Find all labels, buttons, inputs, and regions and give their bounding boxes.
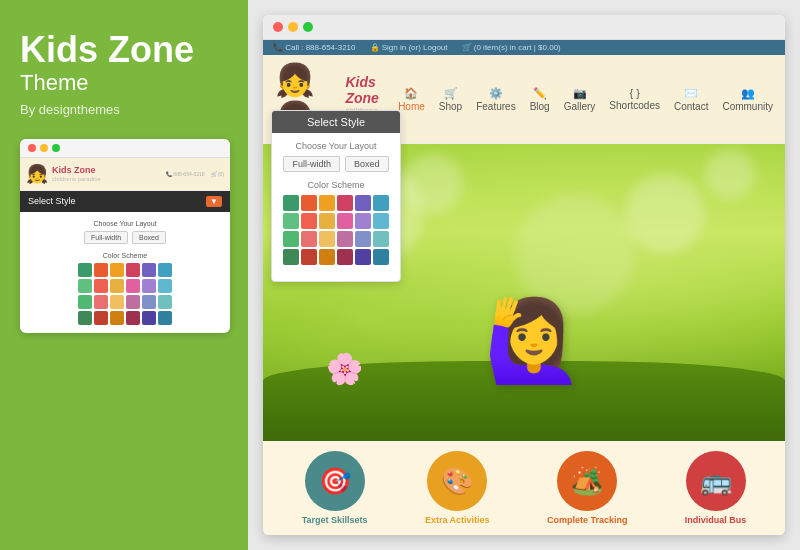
color-swatch[interactable] xyxy=(283,213,299,229)
top-bar-cart: 🛒 (0 item(s) in cart | $0.00) xyxy=(462,43,561,52)
hero-flower: 🌸 xyxy=(326,351,363,386)
site-logo-name: Kids Zone xyxy=(345,74,398,106)
mini-color-swatch[interactable] xyxy=(158,279,172,293)
mini-color-swatch[interactable] xyxy=(158,311,172,325)
feature-item-complete-tracking: 🏕️Complete Tracking xyxy=(547,451,628,525)
mini-color-swatch[interactable] xyxy=(142,295,156,309)
color-swatch[interactable] xyxy=(283,195,299,211)
mini-color-label: Color Scheme xyxy=(28,252,222,259)
color-swatch[interactable] xyxy=(355,249,371,265)
left-panel: Kids Zone Theme By designthemes 👧 Kids Z… xyxy=(0,0,248,550)
color-swatch[interactable] xyxy=(373,231,389,247)
color-swatch[interactable] xyxy=(301,213,317,229)
mini-preview-card: 👧 Kids Zone childrens paradise 📞 888-654… xyxy=(20,139,230,333)
color-swatch[interactable] xyxy=(283,249,299,265)
mini-color-swatch[interactable] xyxy=(158,295,172,309)
color-swatch[interactable] xyxy=(337,249,353,265)
color-section-label: Color Scheme xyxy=(280,180,392,190)
mini-color-swatch[interactable] xyxy=(78,311,92,325)
mini-select-bar[interactable]: Select Style ▼ xyxy=(20,191,230,212)
mini-select-arrow[interactable]: ▼ xyxy=(206,196,222,207)
color-swatch[interactable] xyxy=(301,195,317,211)
boxed-btn[interactable]: Boxed xyxy=(345,156,389,172)
fullwidth-btn[interactable]: Full-width xyxy=(283,156,340,172)
mini-color-swatch[interactable] xyxy=(94,279,108,293)
mini-boxed-btn[interactable]: Boxed xyxy=(132,231,166,244)
mini-layout-label: Choose Your Layout xyxy=(28,220,222,227)
nav-icon-gallery: 📷 xyxy=(564,87,596,100)
color-swatch[interactable] xyxy=(283,231,299,247)
site-top-bar: 📞 Call : 888-654-3210 🔒 Sign in (or) Log… xyxy=(263,40,785,55)
nav-icon-shop: 🛒 xyxy=(439,87,462,100)
mini-color-swatch[interactable] xyxy=(94,263,108,277)
nav-item-features[interactable]: ⚙️Features xyxy=(476,87,515,112)
mini-color-swatch[interactable] xyxy=(142,311,156,325)
mini-color-swatch[interactable] xyxy=(78,295,92,309)
site-header: 👧👦 Kids Zone childrens paradise 🏠Home🛒Sh… xyxy=(263,55,785,144)
color-swatch[interactable] xyxy=(373,213,389,229)
mini-color-swatch[interactable] xyxy=(94,295,108,309)
select-color-grid xyxy=(280,195,392,265)
mini-color-swatch[interactable] xyxy=(126,263,140,277)
color-swatch[interactable] xyxy=(319,249,335,265)
feature-label: Target Skillsets xyxy=(302,515,368,525)
hero-girl: 🙋‍♀️ xyxy=(484,301,584,381)
mini-color-swatch[interactable] xyxy=(158,263,172,277)
mini-color-swatch[interactable] xyxy=(78,263,92,277)
mini-color-swatch[interactable] xyxy=(110,311,124,325)
color-swatch[interactable] xyxy=(319,213,335,229)
color-swatch[interactable] xyxy=(337,213,353,229)
mini-color-swatch[interactable] xyxy=(142,279,156,293)
bokeh-2 xyxy=(403,154,463,214)
mini-dot-red xyxy=(28,144,36,152)
mini-card-header: 👧 Kids Zone childrens paradise 📞 888-654… xyxy=(20,158,230,191)
color-swatch[interactable] xyxy=(355,231,371,247)
mini-color-swatch[interactable] xyxy=(126,295,140,309)
color-swatch[interactable] xyxy=(337,195,353,211)
nav-item-blog[interactable]: ✏️Blog xyxy=(530,87,550,112)
mini-color-swatch[interactable] xyxy=(110,295,124,309)
nav-icon-features: ⚙️ xyxy=(476,87,515,100)
color-swatch[interactable] xyxy=(301,249,317,265)
mini-fullwidth-btn[interactable]: Full-width xyxy=(84,231,128,244)
feature-icon: 🚌 xyxy=(686,451,746,511)
top-bar-signin: 🔒 Sign in (or) Logout xyxy=(370,43,448,52)
select-layout-label: Choose Your Layout xyxy=(280,141,392,151)
features-row: 🎯Target Skillsets🎨Extra Activities🏕️Comp… xyxy=(263,441,785,535)
nav-item-community[interactable]: 👥Community xyxy=(722,87,773,112)
mini-color-swatch[interactable] xyxy=(110,279,124,293)
nav-item-contact[interactable]: ✉️Contact xyxy=(674,87,708,112)
nav-item-shortcodes[interactable]: { }Shortcodes xyxy=(609,87,660,111)
feature-item-extra-activities: 🎨Extra Activities xyxy=(425,451,490,525)
layout-btns: Full-width Boxed xyxy=(280,156,392,172)
nav-item-gallery[interactable]: 📷Gallery xyxy=(564,87,596,112)
color-swatch[interactable] xyxy=(355,195,371,211)
nav-item-home[interactable]: 🏠Home xyxy=(398,87,425,112)
mini-color-swatch[interactable] xyxy=(126,279,140,293)
nav-icon-blog: ✏️ xyxy=(530,87,550,100)
feature-icon: 🎯 xyxy=(305,451,365,511)
color-swatch[interactable] xyxy=(319,231,335,247)
mini-color-swatch[interactable] xyxy=(110,263,124,277)
feature-item-individual-bus: 🚌Individual Bus xyxy=(685,451,747,525)
nav-icon-shortcodes: { } xyxy=(609,87,660,99)
theme-by: By designthemes xyxy=(20,102,120,117)
color-swatch[interactable] xyxy=(373,195,389,211)
color-swatch[interactable] xyxy=(301,231,317,247)
color-swatch[interactable] xyxy=(337,231,353,247)
mini-color-grid xyxy=(28,263,222,325)
color-swatch[interactable] xyxy=(355,213,371,229)
mini-color-swatch[interactable] xyxy=(126,311,140,325)
color-swatch[interactable] xyxy=(373,249,389,265)
nav-item-shop[interactable]: 🛒Shop xyxy=(439,87,462,112)
theme-subtitle: Theme xyxy=(20,70,88,96)
mini-header-info: 📞 888-654-3210 🛒 (0) xyxy=(166,171,224,177)
mini-layout-btns: Full-width Boxed xyxy=(28,231,222,244)
mini-color-swatch[interactable] xyxy=(142,263,156,277)
select-style-body: Choose Your Layout Full-width Boxed Colo… xyxy=(272,133,400,273)
mini-color-swatch[interactable] xyxy=(78,279,92,293)
mini-call-info: 📞 888-654-3210 xyxy=(166,171,205,177)
mini-color-swatch[interactable] xyxy=(94,311,108,325)
color-swatch[interactable] xyxy=(319,195,335,211)
nav-icon-contact: ✉️ xyxy=(674,87,708,100)
